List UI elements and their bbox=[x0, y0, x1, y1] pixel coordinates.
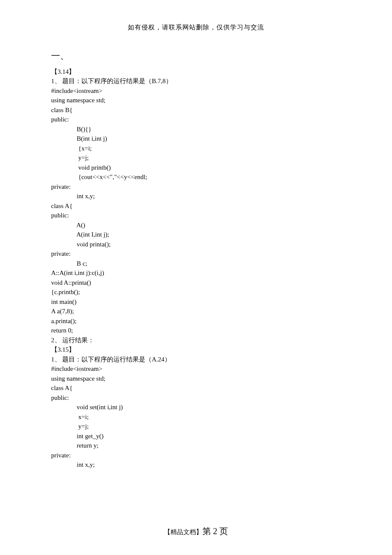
code-line: B(int i,int j) bbox=[51, 134, 341, 144]
code-line: public: bbox=[51, 115, 341, 124]
q2-tag: 【3.15】 bbox=[51, 345, 341, 355]
code-line: A() bbox=[51, 220, 341, 230]
code-line: return y; bbox=[51, 441, 341, 451]
code-line: int main() bbox=[51, 297, 341, 307]
section-heading: 一、 bbox=[51, 51, 341, 61]
code-line: private: bbox=[51, 182, 341, 192]
code-line: {cout<<x<<","<<y<<endl; bbox=[51, 172, 341, 182]
q1-result-label: 2、 运行结果： bbox=[51, 335, 341, 345]
code-line: int get_y() bbox=[51, 431, 341, 441]
code-line: void A::printa() bbox=[51, 278, 341, 288]
code-line: int x,y; bbox=[51, 191, 341, 201]
code-line: x=i; bbox=[51, 412, 341, 422]
header-notice: 如有侵权，请联系网站删除，仅供学习与交流 bbox=[128, 24, 264, 31]
footer-page-suffix: 页 bbox=[217, 526, 228, 536]
code-line: B c; bbox=[51, 259, 341, 269]
q1-tag: 【3.14】 bbox=[51, 67, 341, 77]
code-line: private: bbox=[51, 451, 341, 460]
code-line: class A{ bbox=[51, 201, 341, 211]
code-line: public: bbox=[51, 211, 341, 220]
code-line: {x=i; bbox=[51, 144, 341, 153]
q1-prompt: 1、 题目：以下程序的运行结果是（B.7,8） bbox=[51, 76, 341, 86]
code-line: using namespace std; bbox=[51, 95, 341, 105]
code-line: y=j; bbox=[51, 422, 341, 431]
code-line: int x,y; bbox=[51, 460, 341, 470]
code-line: y=j; bbox=[51, 153, 341, 163]
code-line: return 0; bbox=[51, 326, 341, 335]
code-line: using namespace std; bbox=[51, 374, 341, 384]
page-header: 如有侵权，请联系网站删除，仅供学习与交流 bbox=[0, 23, 392, 32]
footer-page-prefix: 第 bbox=[202, 526, 213, 536]
code-line: A(int I,int j); bbox=[51, 230, 341, 240]
code-line: public: bbox=[51, 393, 341, 403]
code-line: private: bbox=[51, 249, 341, 259]
code-line: B(){} bbox=[51, 124, 341, 134]
footer-doc-label: 【精品文档】 bbox=[164, 529, 202, 535]
code-line: A::A(int i,int j):c(i,j) bbox=[51, 268, 341, 278]
code-line: A a(7,8); bbox=[51, 306, 341, 316]
code-line: void printa(); bbox=[51, 240, 341, 249]
document-body: 一、 【3.14】 1、 题目：以下程序的运行结果是（B.7,8） #inclu… bbox=[51, 51, 341, 470]
code-line: {c.printb(); bbox=[51, 287, 341, 297]
code-line: a.printa(); bbox=[51, 316, 341, 326]
page-footer: 【精品文档】第 2 页 bbox=[0, 526, 392, 537]
footer-page-number: 2 bbox=[213, 526, 217, 536]
code-line: #include<iostream> bbox=[51, 364, 341, 374]
code-line: void set(int i,int j) bbox=[51, 402, 341, 412]
code-line: class A{ bbox=[51, 383, 341, 393]
code-line: class B{ bbox=[51, 105, 341, 115]
code-line: void printb() bbox=[51, 163, 341, 173]
code-line: #include<iostream> bbox=[51, 86, 341, 96]
q2-prompt: 1、 题目：以下程序的运行结果是（A.24） bbox=[51, 355, 341, 364]
